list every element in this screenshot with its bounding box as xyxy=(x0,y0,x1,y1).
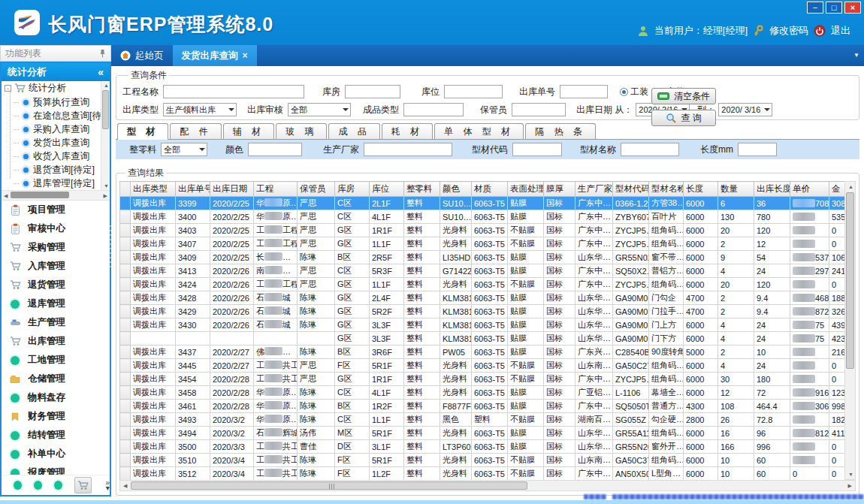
cell[interactable]: 306 xyxy=(790,400,829,413)
cell[interactable] xyxy=(254,332,298,346)
cell[interactable]: 72 xyxy=(754,386,790,400)
cell[interactable]: 166 xyxy=(718,440,754,454)
cell[interactable]: 不贴膜 xyxy=(508,373,544,386)
cell[interactable]: 调拨出库 xyxy=(131,264,176,278)
column-header-17[interactable]: 出库长度 xyxy=(754,182,790,197)
cell[interactable]: GA50C27 xyxy=(613,359,649,373)
cell[interactable]: 调拨出库 xyxy=(131,373,176,386)
tree-expander-icon[interactable]: - xyxy=(5,85,11,92)
cell[interactable]: 整料 xyxy=(404,237,440,251)
cell[interactable]: 10 xyxy=(718,454,754,467)
cell[interactable]: 6000 xyxy=(684,318,718,332)
cell[interactable]: L-1106 xyxy=(613,386,649,400)
cell[interactable]: 3494 xyxy=(176,427,210,440)
cell[interactable]: 3500 xyxy=(176,440,210,454)
cell[interactable]: 塑料 xyxy=(472,413,508,427)
cell[interactable]: 贴膜 xyxy=(508,210,544,224)
cell[interactable]: 工共工程 xyxy=(254,373,298,386)
row-header[interactable] xyxy=(120,237,131,251)
column-header-0[interactable]: 出库类型 xyxy=(131,182,176,197)
cell[interactable]: ZYBY607 xyxy=(613,210,649,224)
cell[interactable]: 6000 xyxy=(684,224,718,237)
cell[interactable]: 5000 xyxy=(684,346,718,359)
cell[interactable]: 6063-T5 xyxy=(472,332,508,346)
cell[interactable]: 严思 xyxy=(298,210,335,224)
cell[interactable]: 光身料 xyxy=(440,427,472,440)
audit-select[interactable]: 全部 xyxy=(288,103,351,116)
cell[interactable]: 国标 xyxy=(544,413,575,427)
cell[interactable]: 窗不带… xyxy=(649,251,684,264)
sidebar-item-5[interactable]: 退库管理 xyxy=(2,294,110,313)
cell[interactable]: 6000 xyxy=(684,440,718,454)
cell[interactable]: G区 xyxy=(335,318,370,332)
circle-icon[interactable] xyxy=(14,481,22,490)
cell[interactable]: 山东华… xyxy=(575,251,613,264)
cell[interactable]: 2020/3/2 xyxy=(210,427,254,440)
cell[interactable]: 石城 xyxy=(254,291,298,305)
radio-gongzhuang[interactable]: 工装 xyxy=(620,86,648,98)
cell[interactable]: G区 xyxy=(335,278,370,291)
cell[interactable]: 广东中… xyxy=(575,278,613,291)
row-header[interactable] xyxy=(120,373,131,386)
table-row[interactable]: 调拨出库34942020/3/2石辉城汤伟M区5R1F整料光身料6063-T5贴… xyxy=(120,427,850,440)
tree-item-2[interactable]: 采购入库查询 xyxy=(2,122,110,136)
cell[interactable]: 调拨出库 xyxy=(131,346,176,359)
cell[interactable]: 2972 xyxy=(790,264,829,278)
table-row[interactable]: 调拨出库34002020/2/25华原…严思C区4L1F整料SU10…6063-… xyxy=(120,210,850,224)
cell[interactable]: 国标 xyxy=(544,305,575,318)
scroll-left-icon[interactable]: ◀ xyxy=(123,483,127,489)
sidebar-item-2[interactable]: 采购管理 xyxy=(2,238,110,257)
column-header-15[interactable]: 长度 xyxy=(684,182,718,197)
cell[interactable]: C区 xyxy=(335,197,370,210)
change-password-link[interactable]: 修改密码 xyxy=(769,24,808,38)
cell[interactable]: 12 xyxy=(718,386,754,400)
cell[interactable]: 广东兴… xyxy=(575,346,613,359)
cell[interactable]: 872 xyxy=(790,305,829,318)
cell[interactable]: 光身料 xyxy=(440,467,472,481)
cell[interactable]: 3512 xyxy=(176,467,210,481)
cell[interactable]: 工工程 xyxy=(254,237,298,251)
cell[interactable]: KLM3817 xyxy=(440,305,472,318)
cell[interactable]: 组角码… xyxy=(649,224,684,237)
cell[interactable]: 468 xyxy=(790,291,829,305)
cell[interactable]: 山东华… xyxy=(575,332,613,346)
cell[interactable]: 广东中… xyxy=(575,467,613,481)
cell[interactable]: 2800 xyxy=(684,413,718,427)
cell[interactable]: 3L1F xyxy=(370,440,404,454)
scrollbar-thumb[interactable] xyxy=(131,481,527,490)
logout-link[interactable]: 退出 xyxy=(831,24,850,38)
cell[interactable]: C28540B xyxy=(613,346,649,359)
cell[interactable]: SQ5050T20 xyxy=(613,400,649,413)
cell[interactable]: SG055Z xyxy=(613,413,649,427)
cell[interactable]: 陈琳 xyxy=(298,305,335,318)
sidebar-item-4[interactable]: 退货管理 xyxy=(2,276,110,294)
scroll-down-icon[interactable]: ▼ xyxy=(104,183,109,189)
cell[interactable]: 4300 xyxy=(684,400,718,413)
cell[interactable]: 3L3F xyxy=(370,332,404,346)
cell[interactable]: 调拨出库 xyxy=(131,440,176,454)
column-header-6[interactable]: 库位 xyxy=(370,182,404,197)
circle-icon[interactable] xyxy=(54,481,62,490)
column-header-9[interactable]: 材质 xyxy=(472,182,508,197)
cell[interactable]: 华原… xyxy=(254,400,298,413)
cell[interactable]: 国标 xyxy=(544,467,575,481)
cell[interactable] xyxy=(790,224,829,237)
tree-horizontal-scrollbar[interactable]: ◀ ▶ xyxy=(2,191,110,201)
scroll-up-icon[interactable]: ▲ xyxy=(104,83,109,88)
cell[interactable]: 4L1F xyxy=(370,210,404,224)
cell[interactable]: 山东南… xyxy=(575,454,613,467)
cell[interactable]: 60 xyxy=(754,467,790,481)
row-header[interactable] xyxy=(120,440,131,454)
cell[interactable]: 华原… xyxy=(254,197,298,210)
material-tab-1[interactable]: 配 件 xyxy=(170,123,221,139)
close-button[interactable]: × xyxy=(844,2,861,14)
cell[interactable]: 国标 xyxy=(544,400,575,413)
cell[interactable]: 陈琳 xyxy=(298,251,335,264)
cell[interactable]: 3R6F xyxy=(370,346,404,359)
cell[interactable]: 勾企硬… xyxy=(649,413,684,427)
cell[interactable]: 5R1F xyxy=(370,359,404,373)
row-header[interactable] xyxy=(120,278,131,291)
sidebar-overflow-button[interactable]: »▾ xyxy=(105,480,110,490)
cell[interactable]: G区 xyxy=(335,224,370,237)
cell[interactable]: 464.4 xyxy=(754,400,790,413)
